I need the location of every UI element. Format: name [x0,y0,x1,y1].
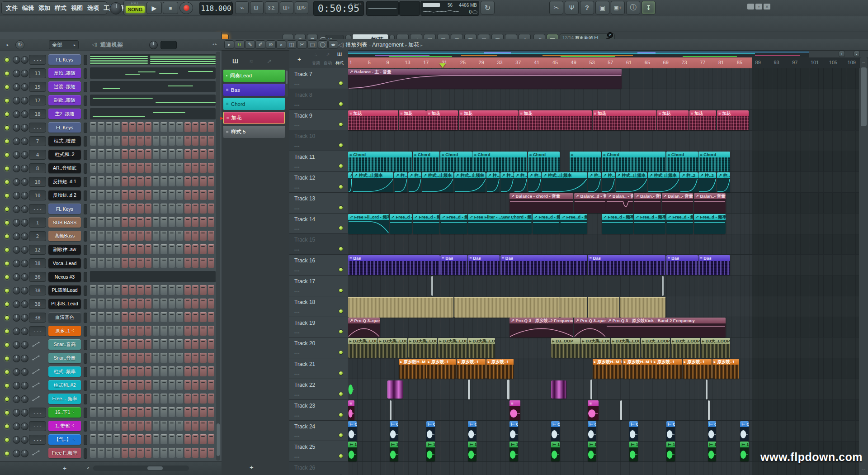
step-cell[interactable] [200,448,206,458]
step-cell[interactable] [90,380,96,390]
channel-led[interactable] [5,247,9,252]
pan-knob[interactable] [13,368,20,376]
step-cell[interactable] [184,136,191,146]
pan-knob[interactable] [13,341,20,349]
clip-DJ大禹..LOOP[interactable]: ▸ DJ大禹..LOOP [468,338,495,358]
clip-Pro-Q 3 - 原乡鼓Kick - Band 2 Frequency[interactable]: ↗ Pro-Q 3 - 原乡鼓Kick - Band 2 Frequency [606,318,726,337]
restore-button[interactable]: ▫ [755,4,762,10]
step-cell[interactable] [98,190,104,200]
pan-knob[interactable] [13,97,20,104]
step-sequencer-cells[interactable] [90,394,216,404]
step-cell[interactable] [145,326,151,336]
track-grip[interactable]: ••• [294,372,300,377]
clip-1..1[interactable]: ⊢ 1..1 [509,442,518,461]
step-cell[interactable] [106,326,112,336]
rack-menu-arrow[interactable]: ▸ [4,41,12,49]
step-cell[interactable] [129,190,136,200]
clip-DJ大禹..LOOP[interactable]: ▸ DJ大禹..LOOP [438,338,467,358]
step-cell[interactable] [129,366,136,376]
step-cell[interactable] [192,407,198,417]
step-cell[interactable] [176,122,183,132]
step-cell[interactable] [90,285,96,295]
channel-button[interactable]: FL Keys [48,204,81,214]
step-cell[interactable] [113,394,120,404]
step-sequencer-cells[interactable] [90,176,216,187]
channel-led[interactable] [5,275,9,280]
retro-record-button[interactable]: Ш↻ [295,1,308,14]
clip-柱..2[interactable]: ↗ 柱..2 [602,172,615,192]
step-cell[interactable] [169,394,175,404]
step-cell[interactable] [137,394,143,404]
clip-DJ大..LOOP[interactable]: ▸ DJ大..LOOP [641,338,670,358]
step-cell[interactable] [98,176,104,186]
step-cell[interactable] [113,122,120,132]
step-cell[interactable] [192,353,198,363]
step-cell[interactable] [137,204,143,214]
clip-Free..d - 频率[interactable]: ↗ Free..d - 频率 [694,214,726,234]
step-cell[interactable] [208,299,214,309]
step-cell[interactable] [160,190,167,200]
clip-Chord[interactable]: ≡ Chord [472,152,527,171]
step-cell[interactable] [169,122,175,132]
step-cell[interactable] [200,285,206,295]
volume-knob[interactable] [21,423,28,430]
channel-button[interactable]: PL和S..Lead [48,299,81,309]
step-cell[interactable] [129,421,136,431]
cut-tool-button[interactable]: ✂ [549,1,563,14]
channel-target-box[interactable]: 38 [29,313,46,323]
pattern-item-样式 5[interactable]: ≡样式 5 [223,126,285,138]
step-cell[interactable] [192,312,198,322]
step-cell[interactable] [137,244,143,254]
save-new-version-button[interactable]: ▣+ [611,1,625,14]
step-cell[interactable] [106,448,112,458]
step-cell[interactable] [145,190,151,200]
piano-roll-preview[interactable] [90,81,216,92]
step-sequencer-cells[interactable] [90,204,216,214]
step-cell[interactable] [129,285,136,295]
step-sequencer-cells[interactable] [90,149,216,160]
step-sequencer-cells[interactable] [90,217,216,228]
channel-led[interactable] [5,71,9,76]
step-cell[interactable] [184,421,191,431]
volume-knob[interactable] [21,382,28,390]
pan-knob[interactable] [13,395,20,403]
step-cell[interactable] [176,394,183,404]
track-mute-led[interactable] [339,102,343,106]
track-name[interactable]: Track 22 [294,382,315,388]
channel-led[interactable] [5,356,9,361]
step-cell[interactable] [137,149,143,159]
step-cell[interactable] [98,421,104,431]
clip-DJ大禹..LOOP[interactable]: ▸ DJ大禹..LOOP [581,338,610,358]
step-cell[interactable] [129,312,136,322]
step-cell[interactable] [208,244,214,254]
step-cell[interactable] [184,176,191,186]
step-cell[interactable] [90,176,96,186]
tab-patterns[interactable]: 样式 [335,60,344,66]
step-cell[interactable] [208,258,214,268]
step-cell[interactable] [129,394,136,404]
channel-button[interactable]: 柱式..频率 [48,366,81,377]
track-header-Track-23[interactable]: Track 23••• [289,400,348,421]
step-cell[interactable] [200,380,206,390]
step-cell[interactable] [137,312,143,322]
step-cell[interactable] [113,421,120,431]
step-cell[interactable] [192,380,198,390]
pan-knob[interactable] [13,260,20,267]
clip-Chord[interactable]: ≡ Chord [413,152,440,171]
overview-options[interactable]: • [854,51,860,57]
step-cell[interactable] [200,231,206,241]
step-cell[interactable] [113,407,120,417]
clip-DJ大禹..LOOP[interactable]: ▸ DJ大禹..LOOP [348,338,377,358]
clip-Free..d - 频率[interactable]: ↗ Free..d - 频率 [634,214,665,234]
rack-horizontal-scrollbar[interactable] [93,466,189,471]
step-cell[interactable] [169,421,175,431]
step-cell[interactable] [145,244,151,254]
metronome-button[interactable]: ⌁ [235,1,249,14]
track-header-Track-18[interactable]: Track 18••• [289,296,348,317]
step-cell[interactable] [208,434,214,444]
track-grip[interactable]: ••• [294,144,300,149]
track-name[interactable]: Track 12 [294,175,315,181]
track-mute-led[interactable] [339,205,343,210]
step-cell[interactable] [98,217,104,227]
clip-C..1[interactable]: ⊢ C..1 [426,421,435,441]
